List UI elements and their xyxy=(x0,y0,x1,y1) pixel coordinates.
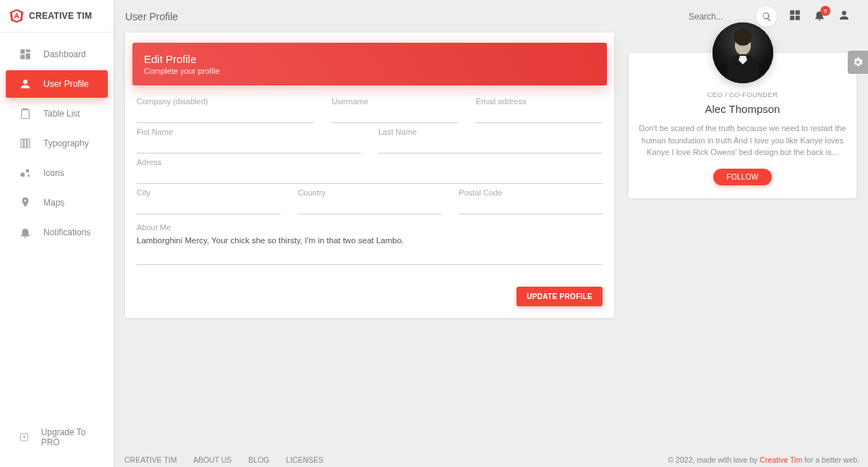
sidebar-item-dashboard[interactable]: Dashboard xyxy=(6,41,108,68)
settings-button[interactable] xyxy=(848,51,868,74)
footer-link[interactable]: LICENSES xyxy=(286,455,323,464)
nav-label: Dashboard xyxy=(43,49,86,59)
profile-role: CEO / CO-FOUNDER xyxy=(639,91,846,98)
postal-input[interactable] xyxy=(459,198,603,214)
profile-bio: Don't be scared of the truth because we … xyxy=(639,122,846,159)
footer-link[interactable]: BLOG xyxy=(248,455,269,464)
footer: CREATIVE TIM ABOUT US BLOG LICENSES © 20… xyxy=(124,455,859,464)
nav-label: Typography xyxy=(43,138,89,148)
page-title: User Profile xyxy=(125,11,178,22)
sidebar: CREATIVE TIM Dashboard User Profile Tabl… xyxy=(0,0,114,467)
email-label: Email address xyxy=(476,97,527,106)
about-label: About Me xyxy=(137,223,603,232)
sidebar-item-maps[interactable]: Maps xyxy=(6,189,108,216)
company-label: Company (disabled) xyxy=(137,97,208,106)
account-button[interactable] xyxy=(838,9,851,24)
username-input[interactable] xyxy=(331,107,458,123)
email-input[interactable] xyxy=(476,107,603,123)
lastname-label: Last Name xyxy=(378,127,417,136)
sidebar-item-icons[interactable]: Icons xyxy=(6,159,108,187)
username-label: Username xyxy=(331,97,368,106)
country-input[interactable] xyxy=(298,198,442,214)
person-icon xyxy=(838,9,851,22)
about-textarea[interactable] xyxy=(137,236,603,265)
gear-icon xyxy=(851,56,864,69)
firstname-label: Fist Name xyxy=(137,127,173,136)
angular-logo-icon xyxy=(9,7,25,25)
sidebar-item-notifications[interactable]: Notifications xyxy=(6,219,108,246)
library-icon xyxy=(19,137,32,150)
grid-icon xyxy=(788,9,801,22)
card-actions: UPDATE PROFILE xyxy=(125,279,614,318)
card-header: Edit Profile Complete your profile xyxy=(132,43,607,85)
follow-button[interactable]: FOLLOW xyxy=(713,169,771,185)
footer-copyright: © 2022, made with love by Creative Tim f… xyxy=(668,455,859,464)
nav-label: Table List xyxy=(43,109,80,119)
footer-links: CREATIVE TIM ABOUT US BLOG LICENSES xyxy=(124,455,338,464)
search-input[interactable] xyxy=(684,9,757,25)
footer-link[interactable]: ABOUT US xyxy=(193,455,231,464)
unarchive-icon xyxy=(19,431,30,444)
search-wrapper xyxy=(684,7,777,27)
footer-brand-link[interactable]: Creative Tim xyxy=(760,455,802,464)
edit-profile-card: Edit Profile Complete your profile Compa… xyxy=(125,33,614,318)
sidebar-item-typography[interactable]: Typography xyxy=(6,130,108,157)
address-label: Adress xyxy=(137,158,161,167)
nav-label: Maps xyxy=(43,198,64,208)
update-profile-button[interactable]: UPDATE PROFILE xyxy=(516,287,603,306)
bell-icon xyxy=(19,226,32,239)
main-panel: User Profile 5 Edit Profile Complete you… xyxy=(114,0,868,467)
nav-label: User Profile xyxy=(43,79,89,89)
location-icon xyxy=(19,196,32,209)
country-label: Country xyxy=(298,188,326,197)
profile-card: CEO / CO-FOUNDER Alec Thompson Don't be … xyxy=(629,53,856,198)
svg-point-2 xyxy=(27,174,30,177)
bubble-icon xyxy=(19,167,32,180)
nav-label: Notifications xyxy=(43,227,90,237)
main-nav: Dashboard User Profile Table List Typogr… xyxy=(0,33,114,254)
search-icon xyxy=(762,12,772,22)
brand-name: CREATIVE TIM xyxy=(29,11,92,21)
content: Edit Profile Complete your profile Compa… xyxy=(125,33,856,318)
nav-label: Upgrade To PRO xyxy=(41,427,95,447)
card-title: Edit Profile xyxy=(144,53,595,65)
company-input[interactable] xyxy=(137,107,314,123)
postal-label: Postal Code xyxy=(459,188,502,197)
search-button[interactable] xyxy=(757,7,777,27)
svg-point-0 xyxy=(20,172,25,177)
sidebar-item-user-profile[interactable]: User Profile xyxy=(6,70,108,98)
sidebar-item-upgrade[interactable]: Upgrade To PRO xyxy=(6,420,108,455)
person-icon xyxy=(19,77,32,91)
avatar[interactable] xyxy=(712,22,773,83)
notifications-button[interactable]: 5 xyxy=(813,9,826,24)
city-input[interactable] xyxy=(137,198,281,214)
clipboard-icon xyxy=(19,107,32,120)
card-subtitle: Complete your profile xyxy=(144,67,595,75)
card-body: Company (disabled) Username Email addres… xyxy=(125,72,614,279)
sidebar-item-table-list[interactable]: Table List xyxy=(6,100,108,127)
firstname-input[interactable] xyxy=(137,138,361,153)
brand[interactable]: CREATIVE TIM xyxy=(0,0,114,33)
dashboard-icon xyxy=(19,48,32,61)
nav-label: Icons xyxy=(43,168,64,178)
footer-link[interactable]: CREATIVE TIM xyxy=(124,455,177,464)
upgrade-section: Upgrade To PRO xyxy=(0,418,114,457)
avatar-image xyxy=(712,22,773,83)
dashboard-grid-button[interactable] xyxy=(788,9,801,24)
address-input[interactable] xyxy=(137,168,603,184)
lastname-input[interactable] xyxy=(378,138,603,153)
svg-point-1 xyxy=(26,169,30,173)
profile-name: Alec Thompson xyxy=(639,103,846,115)
notifications-badge: 5 xyxy=(820,6,830,16)
city-label: City xyxy=(137,188,150,197)
